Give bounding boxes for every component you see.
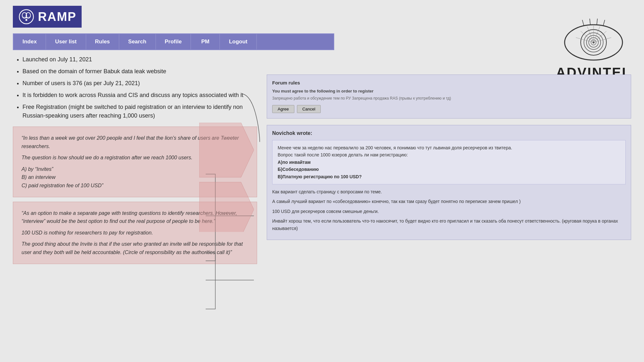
quote2-line1: “As an option to make a separate page wi… [22,209,248,225]
novichok-resp-1: Как вариант сделать страницу с вопросами… [272,188,626,195]
nav-userlist[interactable]: User list [46,34,86,49]
nav-logout[interactable]: Logout [220,34,257,49]
novichok-inner-line2: Вопрос такой после 1000 юзеров делать ли… [278,151,620,158]
logo-text: RAMP [38,10,76,24]
forum-rules-text: Запрещено работа и обсуждение тем по РУ … [272,95,626,101]
novichok-inner-line5: В)Платную регистрацию по 100 USD? [278,173,620,180]
quote1-line3: A) by “Invites” B) an interview C) paid … [22,165,248,190]
quote1-line1: “In less than a week we got over 200 peo… [22,134,248,150]
forum-rules-buttons: Agree Cancel [272,105,626,113]
bullet-item-4: It is forbidden to work across Russia an… [22,91,257,100]
bullet-item-1: Launched on July 11, 2021 [22,55,257,64]
logo-container: RAMP [13,6,82,28]
quote-box-2: “As an option to make a separate page wi… [13,202,257,264]
bullet-list: Launched on July 11, 2021 Based on the d… [13,55,257,120]
svg-line-22 [603,20,605,26]
header: RAMP [0,0,644,31]
nav-bar: Index User list Rules Search Profile PM … [13,33,334,50]
novichok-inner: Менее чем за неделю нас перевалило за 20… [272,140,626,184]
forum-rules-subtitle: You must agree to the following in order… [272,89,626,93]
quote-box-1: “In less than a week we got over 200 peo… [13,127,257,197]
logo-box: RAMP [13,6,82,28]
bullet-item-3: Number of users is 376 (as per July 21, … [22,79,257,88]
brain-icon [18,8,35,25]
novichok-inner-line1: Менее чем за неделю нас перевалило за 20… [278,144,620,151]
novichok-resp-2: А самый лучший вариант по «собеседованию… [272,198,626,205]
quote1-line2: The question is how should we do a regis… [22,154,248,162]
novichok-inner-line3: А)по инвайтам [278,159,620,166]
nav-spacer [257,34,334,49]
nav-pm[interactable]: PM [191,34,220,49]
svg-point-4 [25,19,27,21]
novichok-inner-line4: Б)Собеседованию [278,166,620,173]
svg-line-19 [582,20,584,26]
main-content: Launched on July 11, 2021 Based on the d… [0,55,644,269]
novichok-header: Novichok wrote: [272,130,626,136]
nav-index[interactable]: Index [13,34,46,49]
left-column: Launched on July 11, 2021 Based on the d… [13,55,257,269]
novichok-response: Как вариант сделать страницу с вопросами… [272,188,626,232]
nav-profile[interactable]: Profile [156,34,191,49]
bullet-item-5: Free Registration (might be switched to … [22,103,257,120]
novichok-resp-4: Инвайт хорош тем, что если пользователь … [272,217,626,232]
svg-line-20 [590,19,590,25]
nav-search[interactable]: Search [119,34,156,49]
bullet-item-2: Based on the domain of former Babuk data… [22,67,257,76]
quote2-line2: 100 USD is nothing for researchers to pa… [22,229,248,237]
cancel-button[interactable]: Cancel [297,105,321,113]
right-column: Forum rules You must agree to the follow… [267,75,631,269]
svg-line-21 [597,19,597,25]
forum-rules-title: Forum rules [272,80,626,85]
agree-button[interactable]: Agree [272,105,294,113]
forum-rules-box: Forum rules You must agree to the follow… [267,75,631,119]
nav-rules[interactable]: Rules [86,34,119,49]
novichok-resp-3: 100 USD для ресерчеров совсем смешные де… [272,208,626,215]
quote2-line3: The good thing about the Invite is that … [22,240,248,256]
novichok-box: Novichok wrote: Менее чем за неделю нас … [267,125,631,240]
